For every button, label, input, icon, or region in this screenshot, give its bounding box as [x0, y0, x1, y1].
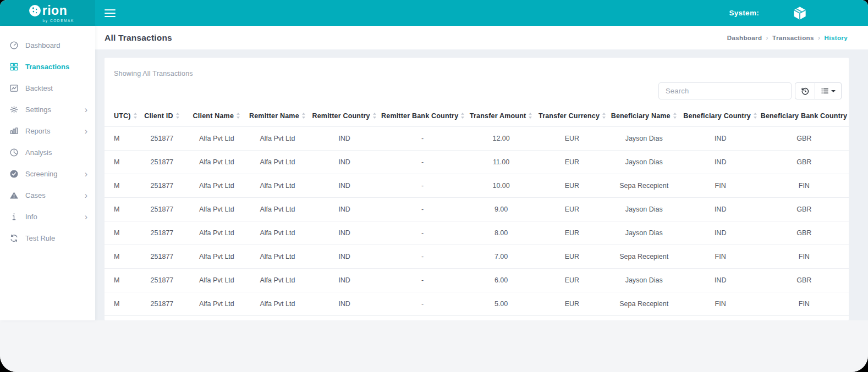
table-cell: Sepa Recepient [607, 292, 682, 316]
sidebar-item-info[interactable]: Info› [0, 206, 95, 227]
sidebar-item-label: Screening [25, 170, 58, 178]
table-cell: 251877 [137, 269, 187, 292]
pie-chart-icon [9, 148, 19, 157]
table-cell: Sepa Recepient [607, 245, 682, 269]
gear-icon [9, 105, 19, 114]
sort-icon [602, 113, 606, 119]
table-cell: EUR [537, 269, 607, 292]
column-header-beneficiary-name[interactable]: Beneficiary Name [607, 108, 682, 127]
table-cell: 5.00 [465, 292, 537, 316]
system-cube-icon[interactable] [791, 4, 809, 22]
topbar: rion by CODEMAK System: [0, 0, 868, 26]
menu-toggle-icon[interactable] [105, 7, 116, 19]
sidebar-item-screening[interactable]: Screening› [0, 163, 95, 185]
column-header-client-name[interactable]: Client Name [187, 108, 246, 127]
table-cell: GBR [760, 269, 849, 292]
breadcrumb-item-dashboard[interactable]: Dashboard [727, 35, 762, 41]
breadcrumb-item-transactions[interactable]: Transactions [772, 35, 814, 41]
column-label: Transfer Amount [470, 112, 526, 120]
table-cell: 11.00 [465, 151, 537, 174]
logo-text: rion [42, 3, 67, 18]
sidebar-item-analysis[interactable]: Analysis [0, 142, 95, 163]
column-header-transfer-currency[interactable]: Transfer Currency [537, 108, 607, 127]
table-cell: Alfa Pvt Ltd [187, 127, 246, 151]
sidebar-item-reports[interactable]: Reports› [0, 120, 95, 142]
breadcrumb-separator: › [818, 34, 821, 42]
table-row[interactable]: M251877Alfa Pvt LtdAlfa Pvt LtdIND-6.00E… [105, 269, 849, 292]
sort-icon [372, 113, 377, 119]
table-cell: FIN [760, 245, 849, 269]
card-heading: Showing All Transactions [105, 58, 849, 77]
sidebar-item-test-rule[interactable]: Test Rule [0, 227, 95, 249]
sidebar-item-dashboard[interactable]: Dashboard [0, 35, 95, 56]
column-header-remitter-name[interactable]: Remitter Name [246, 108, 309, 127]
sidebar-item-label: Backtest [25, 84, 53, 92]
column-label: Beneficiary Name [611, 112, 671, 120]
column-header-client-id[interactable]: Client ID [137, 108, 187, 127]
table-row[interactable]: M251877Alfa Pvt LtdAlfa Pvt LtdIND-9.00E… [105, 198, 849, 221]
table-cell: IND [309, 174, 380, 198]
sidebar-item-cases[interactable]: Cases› [0, 185, 95, 206]
column-header-utc[interactable]: UTC) [105, 108, 137, 127]
sort-icon [460, 113, 465, 119]
sidebar-item-backtest[interactable]: Backtest [0, 77, 95, 99]
table-row[interactable]: M251877Alfa Pvt LtdAlfa Pvt LtdIND-7.00E… [105, 245, 849, 269]
table-cell: Alfa Pvt Ltd [187, 174, 246, 198]
info-icon [9, 212, 19, 221]
table-cell: - [380, 174, 465, 198]
table-cell: Alfa Pvt Ltd [187, 245, 246, 269]
columns-list-button[interactable] [815, 82, 842, 99]
warning-triangle-icon [9, 191, 19, 200]
column-label: Remitter Bank Country [381, 112, 458, 120]
table-row[interactable]: M251877Alfa Pvt LtdAlfa Pvt LtdIND-12.00… [105, 127, 849, 151]
table-cell: M [105, 245, 137, 269]
table-row[interactable]: M251877Alfa Pvt LtdAlfa Pvt LtdIND-10.00… [105, 174, 849, 198]
table-cell: M [105, 174, 137, 198]
table-cell: IND [309, 269, 380, 292]
table-cell: 251877 [137, 221, 187, 245]
column-header-remitter-country[interactable]: Remitter Country [309, 108, 380, 127]
table-cell: IND [682, 269, 760, 292]
table-row[interactable]: M251877Alfa Pvt LtdAlfa Pvt LtdIND-11.00… [105, 151, 849, 174]
table-row[interactable]: M251877Alfa Pvt LtdAlfa Pvt LtdIND-5.00E… [105, 292, 849, 316]
sidebar-item-transactions[interactable]: Transactions [0, 56, 95, 77]
column-header-beneficiary-bank-country[interactable]: Beneficiary Bank Country [760, 108, 849, 127]
table-cell: EUR [537, 198, 607, 221]
table-cell: 6.00 [465, 269, 537, 292]
sort-icon [301, 113, 306, 119]
table-cell: EUR [537, 221, 607, 245]
table-cell: GBR [760, 198, 849, 221]
table-cell: - [380, 292, 465, 316]
column-header-remitter-bank-country[interactable]: Remitter Bank Country [380, 108, 465, 127]
search-input[interactable] [658, 82, 792, 99]
table-cell: Alfa Pvt Ltd [246, 292, 309, 316]
column-header-transfer-amount[interactable]: Transfer Amount [465, 108, 537, 127]
breadcrumb-item-history: History [825, 35, 848, 41]
table-cell: 12.00 [465, 127, 537, 151]
table-cell: M [105, 269, 137, 292]
table-cell: - [380, 221, 465, 245]
table-cell: - [380, 269, 465, 292]
column-label: Beneficiary Country [683, 112, 751, 120]
sidebar-item-settings[interactable]: Settings› [0, 99, 95, 120]
bar-chart-icon [9, 126, 19, 136]
sort-icon [753, 113, 757, 119]
table-cell: 251877 [137, 127, 187, 151]
logo[interactable]: rion by CODEMAK [0, 0, 95, 26]
list-icon [821, 87, 829, 95]
table-cell: 8.00 [465, 221, 537, 245]
table-cell: IND [309, 245, 380, 269]
column-header-beneficiary-country[interactable]: Beneficiary Country [682, 108, 760, 127]
column-label: Client ID [144, 112, 173, 120]
table-row[interactable]: M251877Alfa Pvt LtdAlfa Pvt LtdIND-8.00E… [105, 221, 849, 245]
table-cell: M [105, 221, 137, 245]
table-cell: EUR [537, 151, 607, 174]
history-icon [801, 87, 809, 95]
table-cell: Alfa Pvt Ltd [187, 292, 246, 316]
table-cell: IND [682, 221, 760, 245]
table-cell: M [105, 198, 137, 221]
table-cell: Alfa Pvt Ltd [187, 151, 246, 174]
column-label: Remitter Country [312, 112, 370, 120]
titlebar: All Transactions Dashboard›Transactions›… [95, 26, 868, 49]
history-button[interactable] [795, 82, 815, 99]
